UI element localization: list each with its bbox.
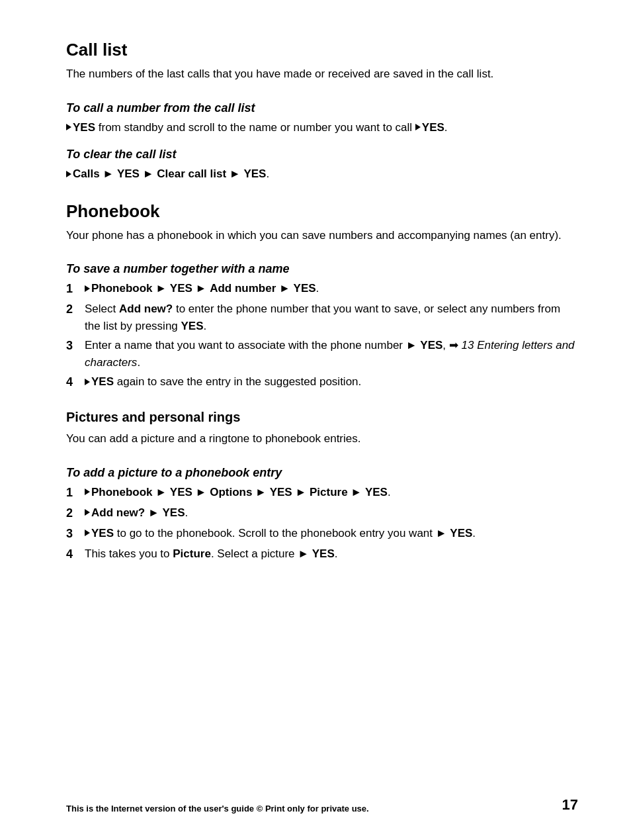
clear-call-list-title: To clear the call list [66,148,578,162]
clear-call-list-subsection: To clear the call list Calls ► YES ► Cle… [66,148,578,183]
arrow-icon-3 [66,171,71,177]
arrow-icon-1 [66,124,71,130]
save-number-title: To save a number together with a name [66,262,578,276]
picture-key: Picture [310,486,348,498]
yes-key-6: YES [294,282,316,295]
picture-step-num-3: 3 [66,525,82,543]
step-2-content: Select Add new? to enter the phone numbe… [85,301,578,334]
yes-key-2: YES [422,121,444,134]
arrow-icon-5 [85,379,90,385]
save-number-steps: 1 Phonebook ► YES ► Add number ► YES. 2 … [66,280,578,391]
clear-call-list-key: Clear call list [157,167,226,180]
picture-step-1-content: Phonebook ► YES ► Options ► YES ► Pictur… [85,484,578,501]
arrow-icon-6 [85,489,90,495]
picture-step-num-1: 1 [66,484,82,502]
call-number-subsection: To call a number from the call list YES … [66,101,578,136]
picture-step-4-content: This takes you to Picture. Select a pict… [85,545,578,563]
picture-step-num-4: 4 [66,545,82,563]
pictures-title: Pictures and personal rings [66,410,578,425]
picture-step-2: 2 Add new? ► YES. [66,504,578,522]
footer: This is the Internet version of the user… [0,796,631,814]
add-new-key-1: Add new? [119,303,173,315]
yes-key-14: YES [91,527,114,539]
options-key: Options [210,486,252,498]
arrow-icon-8 [85,530,90,536]
clear-call-list-instruction: Calls ► YES ► Clear call list ► YES. [66,165,578,183]
picture-step-3-content: YES to go to the phonebook. Scroll to th… [85,525,578,542]
picture-step-num-2: 2 [66,504,82,522]
page-content: Call list The numbers of the last calls … [66,40,578,563]
step-3-content: Enter a name that you want to associate … [85,337,578,371]
yes-key-3: YES [117,167,140,180]
picture-step-2-content: Add new? ► YES. [85,504,578,522]
add-new-key-2: Add new? [91,506,145,519]
step-2: 2 Select Add new? to enter the phone num… [66,301,578,334]
yes-key-5: YES [170,282,192,295]
add-picture-subsection: To add a picture to a phonebook entry 1 … [66,466,578,563]
phonebook-section: Phonebook Your phone has a phonebook in … [66,201,578,244]
picture-step-3: 3 YES to go to the phonebook. Scroll to … [66,525,578,543]
yes-key-4: YES [243,167,266,180]
call-list-section: Call list The numbers of the last calls … [66,40,578,83]
picture-step-1: 1 Phonebook ► YES ► Options ► YES ► Pict… [66,484,578,502]
phonebook-key-1: Phonebook [91,282,153,295]
step-num-2: 2 [66,301,82,318]
yes-key-13: YES [163,506,185,519]
picture-step-4: 4 This takes you to Picture. Select a pi… [66,545,578,563]
step-1: 1 Phonebook ► YES ► Add number ► YES. [66,280,578,298]
yes-key-8: YES [420,339,442,351]
call-list-title: Call list [66,40,578,60]
phonebook-body: Your phone has a phonebook in which you … [66,227,578,244]
step-num-3: 3 [66,337,82,355]
step-num-1: 1 [66,280,82,298]
yes-key-16: YES [312,547,335,560]
add-picture-steps: 1 Phonebook ► YES ► Options ► YES ► Pict… [66,484,578,563]
page-number: 17 [562,796,578,814]
yes-key-10: YES [170,486,192,498]
step-3: 3 Enter a name that you want to associat… [66,337,578,371]
picture-label: Picture [173,547,211,560]
yes-key-7: YES [181,320,204,332]
call-number-instruction: YES from standby and scroll to the name … [66,119,578,136]
call-list-body: The numbers of the last calls that you h… [66,66,578,83]
ref-entering-letters: 13 Entering letters and characters [85,339,575,369]
phonebook-key-2: Phonebook [91,486,153,498]
footer-text: This is the Internet version of the user… [66,804,369,814]
phonebook-title: Phonebook [66,201,578,222]
yes-key-11: YES [270,486,292,498]
yes-key-12: YES [365,486,388,498]
call-number-title: To call a number from the call list [66,101,578,115]
arrow-icon-2 [415,124,421,130]
pictures-body: You can add a picture and a ringtone to … [66,430,578,447]
save-number-subsection: To save a number together with a name 1 … [66,262,578,391]
arrow-icon-4 [85,285,90,292]
step-num-4: 4 [66,373,82,391]
add-picture-title: To add a picture to a phonebook entry [66,466,578,480]
step-4: 4 YES again to save the entry in the sug… [66,373,578,391]
yes-key-1: YES [73,121,95,134]
pictures-section: Pictures and personal rings You can add … [66,410,578,447]
step-4-content: YES again to save the entry in the sugge… [85,373,578,391]
yes-key-15: YES [450,527,472,539]
step-1-content: Phonebook ► YES ► Add number ► YES. [85,280,578,297]
calls-key: Calls [73,167,100,180]
yes-key-9: YES [91,375,114,388]
add-number-key: Add number [210,282,276,295]
arrow-icon-7 [85,509,90,516]
